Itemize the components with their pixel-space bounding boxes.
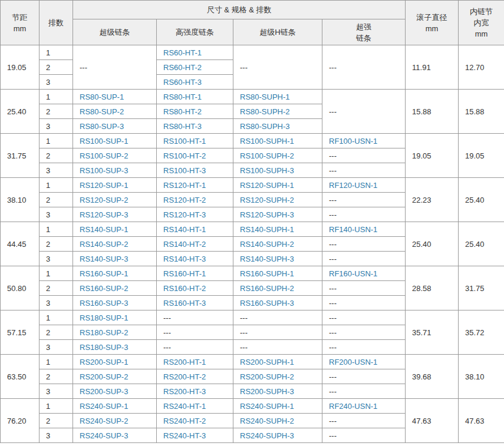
part-number-link[interactable]: RS200-HT-1 — [163, 358, 206, 366]
part-number-link[interactable]: RS60-HT-2 — [163, 63, 202, 72]
super-cell: RS160-SUP-2 — [73, 281, 157, 296]
strand-cell: 1 — [39, 310, 73, 325]
part-number-link[interactable]: RS100-SUPH-3 — [240, 166, 294, 175]
suph-cell: RS240-SUPH-1 — [233, 399, 322, 414]
part-number-link[interactable]: RS120-HT-3 — [163, 210, 206, 219]
part-number-link[interactable]: RS240-HT-3 — [163, 431, 206, 440]
part-number-link[interactable]: RS200-SUPH-1 — [240, 358, 294, 366]
part-number-link[interactable]: RS120-HT-1 — [163, 181, 206, 190]
part-number-link[interactable]: RS200-SUPH-2 — [240, 372, 294, 381]
part-number-link[interactable]: RS240-SUP-2 — [80, 417, 128, 425]
part-number-link[interactable]: RS140-SUP-1 — [80, 225, 128, 234]
part-number-link[interactable]: RS100-HT-2 — [163, 151, 206, 160]
part-number-link[interactable]: RS200-SUP-2 — [80, 372, 128, 381]
part-number-link[interactable]: RS120-SUP-1 — [80, 181, 128, 190]
strand-cell: 3 — [39, 75, 73, 90]
ht-cell: RS60-HT-3 — [157, 75, 233, 90]
strand-cell: 3 — [39, 428, 73, 443]
pitch-cell: 57.15 — [1, 310, 39, 355]
super-cell: RS240-SUP-1 — [73, 399, 157, 414]
part-number-link[interactable]: RS140-SUP-2 — [80, 240, 128, 249]
part-number-link[interactable]: RS120-SUPH-2 — [240, 196, 294, 204]
part-number-link[interactable]: RF140-USN-1 — [329, 225, 377, 234]
part-number-link[interactable]: RS200-SUP-1 — [80, 358, 128, 366]
part-number-link[interactable]: RS180-SUP-2 — [80, 328, 128, 337]
part-number-link[interactable]: RS240-HT-2 — [163, 417, 206, 425]
part-number-link[interactable]: RF240-USN-1 — [329, 402, 377, 411]
pitch-cell: 25.40 — [1, 90, 39, 134]
part-number-link[interactable]: RS140-SUP-3 — [80, 255, 128, 263]
part-number-link[interactable]: RS60-HT-1 — [163, 48, 202, 57]
part-number-link[interactable]: RS200-HT-2 — [163, 372, 206, 381]
part-number-link[interactable]: RS120-SUP-3 — [80, 210, 128, 219]
part-number-link[interactable]: RS160-HT-2 — [163, 284, 206, 293]
part-number-link[interactable]: RS80-SUPH-2 — [240, 107, 290, 116]
part-number-link[interactable]: RS80-HT-2 — [163, 107, 202, 116]
part-number-link[interactable]: RS100-HT-3 — [163, 166, 206, 175]
part-number-link[interactable]: RS240-HT-1 — [163, 402, 206, 411]
part-number-link[interactable]: RS160-SUP-2 — [80, 284, 128, 293]
part-number-link[interactable]: RF120-USN-1 — [329, 181, 377, 190]
super-cell: RS80-SUP-3 — [73, 119, 157, 134]
super-cell: RS180-SUP-2 — [73, 325, 157, 340]
part-number-link[interactable]: RS120-SUPH-3 — [240, 210, 294, 219]
suph-cell: RS120-SUPH-3 — [233, 207, 322, 222]
part-number-link[interactable]: RS160-SUP-3 — [80, 299, 128, 308]
part-number-link[interactable]: RS80-HT-1 — [163, 92, 202, 101]
part-number-link[interactable]: RS80-SUP-1 — [80, 92, 124, 101]
part-number-link[interactable]: RS160-SUP-1 — [80, 269, 128, 278]
part-number-link[interactable]: RS240-SUPH-3 — [240, 431, 294, 440]
part-number-link[interactable]: RF160-USN-1 — [329, 269, 377, 278]
part-number-link[interactable]: RS140-HT-2 — [163, 240, 206, 249]
strand-cell: 2 — [39, 193, 73, 207]
part-number-link[interactable]: RS200-SUPH-3 — [240, 387, 294, 396]
part-number-link[interactable]: RS80-SUP-3 — [80, 122, 124, 131]
header-roller-unit: mm — [408, 23, 456, 34]
part-number-link[interactable]: RS80-SUP-2 — [80, 107, 124, 116]
part-number-link[interactable]: RS100-SUPH-1 — [240, 137, 294, 146]
part-number-link[interactable]: RS100-SUP-1 — [80, 137, 128, 146]
part-number-link[interactable]: RS160-HT-1 — [163, 269, 206, 278]
part-number-link[interactable]: RS100-HT-1 — [163, 137, 206, 146]
part-number-link[interactable]: RF100-USN-1 — [329, 137, 377, 146]
part-number-link[interactable]: RS180-SUP-3 — [80, 343, 128, 352]
part-number-link[interactable]: RS120-SUP-2 — [80, 196, 128, 204]
part-number-link[interactable]: RS80-SUPH-3 — [240, 122, 290, 131]
super-cell: RS80-SUP-1 — [73, 90, 157, 104]
part-number-link[interactable]: RS140-SUPH-3 — [240, 255, 294, 263]
part-number-link[interactable]: RS160-SUPH-3 — [240, 299, 294, 308]
ht-cell: RS60-HT-1 — [157, 45, 233, 60]
part-number-link[interactable]: RS180-SUP-1 — [80, 313, 128, 322]
part-number-link[interactable]: RS80-HT-3 — [163, 122, 202, 131]
part-number-link[interactable]: RS120-HT-2 — [163, 196, 206, 204]
part-number-link[interactable]: RS100-SUPH-2 — [240, 151, 294, 160]
strand-cell: 2 — [39, 237, 73, 252]
part-number-link[interactable]: RS240-SUP-1 — [80, 402, 128, 411]
suph-cell: RS80-SUPH-2 — [233, 104, 322, 119]
strand-cell: 1 — [39, 222, 73, 237]
part-number-link[interactable]: RS240-SUPH-1 — [240, 402, 294, 411]
strand-cell: 1 — [39, 355, 73, 369]
part-number-link[interactable]: RS240-SUPH-2 — [240, 417, 294, 425]
part-number-link[interactable]: RS200-SUP-3 — [80, 387, 128, 396]
part-number-link[interactable]: RS140-HT-1 — [163, 225, 206, 234]
part-number-link[interactable]: RS140-SUPH-1 — [240, 225, 294, 234]
suph-cell: --- — [233, 340, 322, 355]
spec-table-body: 19.051---RS60-HT-1------11.9112.702RS60-… — [1, 45, 504, 443]
super-cell: RS140-SUP-1 — [73, 222, 157, 237]
part-number-link[interactable]: RS140-SUPH-2 — [240, 240, 294, 249]
roller-diameter-cell: 19.05 — [406, 134, 459, 178]
usn-cell: --- — [322, 325, 406, 340]
part-number-link[interactable]: RS200-HT-3 — [163, 387, 206, 396]
part-number-link[interactable]: RS160-SUPH-2 — [240, 284, 294, 293]
part-number-link[interactable]: RF200-USN-1 — [329, 358, 377, 366]
part-number-link[interactable]: RS60-HT-3 — [163, 78, 202, 87]
part-number-link[interactable]: RS100-SUP-2 — [80, 151, 128, 160]
part-number-link[interactable]: RS140-HT-3 — [163, 255, 206, 263]
part-number-link[interactable]: RS160-SUPH-1 — [240, 269, 294, 278]
part-number-link[interactable]: RS120-SUPH-1 — [240, 181, 294, 190]
part-number-link[interactable]: RS240-SUP-3 — [80, 431, 128, 440]
part-number-link[interactable]: RS80-SUPH-1 — [240, 92, 290, 101]
part-number-link[interactable]: RS100-SUP-3 — [80, 166, 128, 175]
part-number-link[interactable]: RS160-HT-3 — [163, 299, 206, 308]
